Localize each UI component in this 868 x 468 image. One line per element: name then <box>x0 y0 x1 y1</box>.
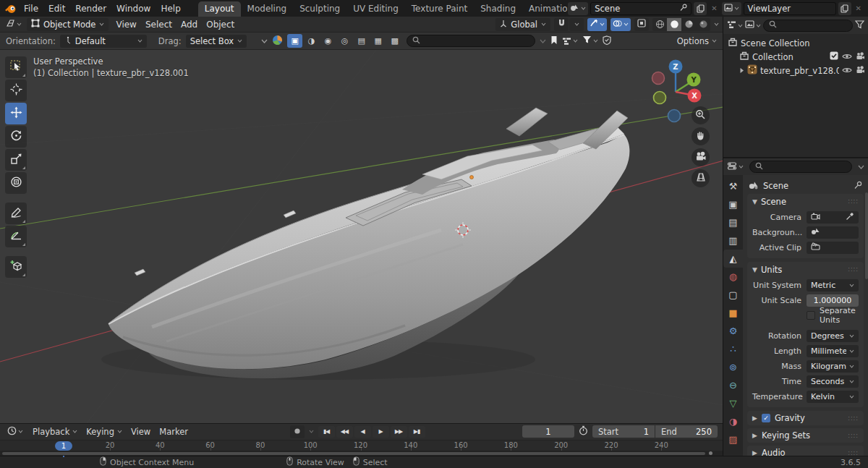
browse-viewlayer-button[interactable] <box>722 2 741 15</box>
outliner-row-collection[interactable]: Collection <box>723 50 868 64</box>
jump-to-start-button[interactable]: ▮◀ <box>318 426 335 438</box>
shading-wireframe-button[interactable] <box>652 18 667 31</box>
eye-toggle-icon[interactable] <box>842 52 852 62</box>
tab-physics[interactable]: ⊚ <box>723 358 743 376</box>
viewport-menu-select[interactable]: Select <box>141 18 176 31</box>
viewport-menu-add[interactable]: Add <box>176 18 202 31</box>
drag-handle-icon[interactable]: :::: <box>848 450 859 456</box>
tool-search-input[interactable] <box>407 35 535 47</box>
next-keyframe-button[interactable]: ▶▶ <box>391 426 407 438</box>
tool-settings-expand-icon[interactable] <box>261 39 268 43</box>
tab-render[interactable]: ▣ <box>723 195 743 213</box>
select-mode-intersect-button[interactable]: ▤ <box>354 34 369 48</box>
active-clip-field[interactable] <box>807 242 859 254</box>
tool-annotate-button[interactable] <box>5 203 27 224</box>
tab-output[interactable]: ▤ <box>723 213 743 231</box>
tab-scene[interactable]: ◭ <box>723 250 743 268</box>
viewport-canvas[interactable] <box>0 50 723 423</box>
menu-render[interactable]: Render <box>70 2 111 15</box>
pan-button[interactable] <box>692 127 710 145</box>
play-reverse-button[interactable]: ◀ <box>354 426 371 438</box>
workspace-tab-texture-paint[interactable]: Texture Paint <box>405 1 474 17</box>
tool-option-a-button[interactable]: ▦ <box>370 34 386 48</box>
viewlayer-name-field[interactable]: ViewLayer <box>744 2 836 15</box>
separate-units-checkbox[interactable] <box>807 311 815 320</box>
timeline-menu-marker[interactable]: Marker <box>155 426 192 438</box>
gizmos-toggle-button[interactable] <box>587 18 607 31</box>
timeline-menu-view[interactable]: View <box>127 426 155 438</box>
menu-help[interactable]: Help <box>156 2 185 15</box>
menu-file[interactable]: File <box>19 2 43 15</box>
temperature-dropdown[interactable]: Kelvin <box>807 391 859 403</box>
tool-rotate-button[interactable] <box>5 126 27 148</box>
end-frame-field[interactable]: End250 <box>655 425 718 438</box>
default-orientation-dropdown[interactable]: Default <box>60 35 147 48</box>
browse-scene-button[interactable] <box>568 2 588 15</box>
tab-world[interactable]: ◍ <box>723 268 743 286</box>
workspace-tab-uv-editing[interactable]: UV Editing <box>346 1 405 17</box>
drag-handle-icon[interactable]: :::: <box>848 433 859 439</box>
pin-icon[interactable] <box>680 4 687 14</box>
length-dropdown[interactable]: Millimeters <box>807 345 859 357</box>
tab-view-layer[interactable]: ▥ <box>723 231 743 250</box>
outliner-display-mode-button[interactable] <box>727 20 743 31</box>
viewport-menu-view[interactable]: View <box>111 18 140 31</box>
unlink-scene-icon[interactable]: ✕ <box>709 4 719 12</box>
drag-mode-dropdown[interactable]: Select Box <box>186 35 247 48</box>
scene-panel-header[interactable]: ▼ Scene :::: <box>747 194 864 209</box>
time-dropdown[interactable]: Seconds <box>807 375 859 388</box>
timeline-menu-keying[interactable]: Keying <box>82 426 127 438</box>
3d-viewport[interactable]: User Perspective (1) Collection | textur… <box>0 50 723 423</box>
tree-display-button[interactable] <box>562 37 578 46</box>
tab-modifiers[interactable]: ⚙ <box>723 322 743 340</box>
gizmo-neg-y-ball[interactable] <box>654 92 666 104</box>
snap-toggle-button[interactable] <box>554 18 569 31</box>
camera-field[interactable] <box>807 211 859 224</box>
gravity-panel-header[interactable]: ▶✓Gravity:::: <box>747 411 864 425</box>
bookmark-icon[interactable] <box>550 35 558 47</box>
chevron-down-icon[interactable] <box>540 39 546 43</box>
tab-material[interactable]: ◑ <box>723 412 743 430</box>
tab-object[interactable]: ■ <box>723 304 743 322</box>
properties-scrollbar[interactable] <box>865 192 868 279</box>
tool-move-button[interactable] <box>5 103 27 124</box>
tab-object-data[interactable]: ▽ <box>723 394 743 412</box>
toggle-ortho-button[interactable] <box>692 169 710 187</box>
drag-handle-icon[interactable]: :::: <box>848 415 859 422</box>
timeline-menu-playback[interactable]: Playback <box>28 426 82 438</box>
play-button[interactable]: ▶ <box>373 426 389 438</box>
properties-editor-type-button[interactable] <box>727 161 744 173</box>
scene-name-field[interactable]: Scene <box>590 2 692 15</box>
current-frame-field[interactable]: 1 <box>522 425 574 438</box>
shield-icon[interactable] <box>603 35 611 47</box>
outliner-row-scene-collection[interactable]: Scene Collection <box>723 36 868 50</box>
outliner-item-label[interactable]: Collection <box>752 52 827 62</box>
timeline-scroll-thumb[interactable] <box>2 452 705 455</box>
stopwatch-icon[interactable] <box>579 425 588 438</box>
viewport-menu-object[interactable]: Object <box>202 18 239 31</box>
gizmo-neg-x-ball[interactable] <box>652 72 665 85</box>
tool-cursor-button[interactable] <box>5 80 27 101</box>
new-viewlayer-button[interactable] <box>838 2 851 15</box>
workspace-tab-modeling[interactable]: Modeling <box>241 1 294 17</box>
filter-button[interactable] <box>582 35 598 46</box>
chevron-down-icon[interactable] <box>858 165 864 169</box>
shading-solid-button[interactable] <box>667 18 681 31</box>
select-mode-difference-button[interactable]: ◎ <box>337 34 352 48</box>
unit-scale-field[interactable]: 1.000000 <box>807 294 859 307</box>
tool-option-b-button[interactable]: ▩ <box>387 34 402 48</box>
tab-particles[interactable]: ∴ <box>723 340 743 358</box>
snap-settings-button[interactable] <box>569 18 584 31</box>
workspace-tab-animation[interactable]: Animation <box>522 1 567 17</box>
workspace-tab-sculpting[interactable]: Sculpting <box>293 1 346 17</box>
shading-settings-icon[interactable] <box>714 22 719 26</box>
workspace-tab-shading[interactable]: Shading <box>474 1 522 17</box>
pin-icon[interactable] <box>854 181 862 192</box>
new-scene-button[interactable] <box>694 2 707 15</box>
unit-system-dropdown[interactable]: Metric <box>807 279 859 292</box>
tab-collection[interactable]: ▢ <box>723 286 743 304</box>
outliner-filter-mode-button[interactable] <box>745 20 761 30</box>
camera-toggle-icon[interactable] <box>856 66 865 76</box>
editor-type-button[interactable] <box>4 18 24 31</box>
drag-handle-icon[interactable]: :::: <box>848 198 859 205</box>
